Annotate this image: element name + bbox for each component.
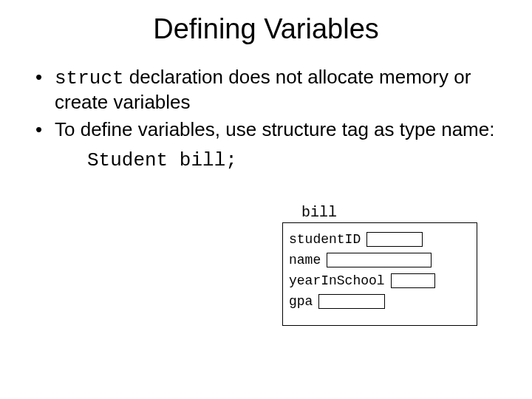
diagram-box: studentID name yearInSchool gpa — [282, 222, 477, 326]
code-line: Student bill; — [35, 149, 502, 173]
field-row-name: name — [289, 253, 471, 267]
struct-diagram: bill studentID name yearInSchool gpa — [282, 204, 477, 326]
bullet-1: struct declaration does not allocate mem… — [35, 66, 502, 114]
field-label-yearinschool: yearInSchool — [289, 273, 385, 288]
code-keyword-struct: struct — [55, 67, 124, 89]
field-box-studentid — [366, 232, 423, 247]
field-box-yearinschool — [391, 273, 435, 288]
field-row-gpa: gpa — [289, 294, 471, 309]
slide-title: Defining Variables — [0, 0, 532, 66]
bullet-list: struct declaration does not allocate mem… — [35, 66, 502, 142]
diagram-variable-name: bill — [301, 204, 477, 221]
bullet-2: To define variables, use structure tag a… — [35, 118, 502, 142]
field-box-gpa — [318, 294, 385, 309]
content-area: struct declaration does not allocate mem… — [0, 66, 532, 173]
field-row-studentid: studentID — [289, 232, 471, 247]
field-label-studentid: studentID — [289, 232, 361, 247]
field-box-name — [327, 253, 432, 267]
field-label-gpa: gpa — [289, 294, 313, 309]
bullet-2-text: To define variables, use structure tag a… — [55, 118, 494, 140]
field-label-name: name — [289, 253, 321, 267]
field-row-yearinschool: yearInSchool — [289, 273, 471, 288]
slide: Defining Variables struct declaration do… — [0, 0, 532, 399]
